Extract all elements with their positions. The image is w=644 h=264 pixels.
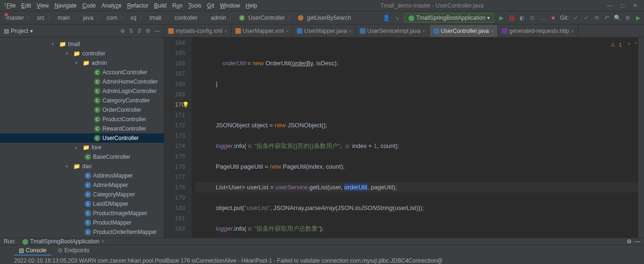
tree-node-adminhomecontroller[interactable]: CAdminHomeController	[0, 77, 164, 86]
crumb-3[interactable]: java〉	[81, 14, 104, 22]
tab-mybatis-config-xml[interactable]: mybatis-config.xml×	[164, 25, 232, 37]
tree-arrow-icon[interactable]: ▾	[66, 51, 71, 56]
expand-all-icon[interactable]: ⇅	[129, 28, 133, 34]
git-update-icon[interactable]: ✓	[573, 15, 579, 21]
code-lines[interactable]: ⚠ 1 ^ ˅ orderUtil = new OrderUtil(orderB…	[192, 38, 644, 238]
console-output[interactable]: 2022-02-10 16:13:05,203 WARN com.zaxxer.…	[0, 256, 644, 264]
menu-analyze[interactable]: Analyze	[99, 2, 124, 9]
debug-icon[interactable]: 🐞	[508, 15, 515, 21]
tab-userserviceimpl-java[interactable]: UserServiceImpl.java×	[356, 25, 430, 37]
tree-node-productmapper[interactable]: IProductMapper	[0, 218, 164, 227]
run-hide-icon[interactable]: —	[635, 238, 640, 245]
crumb-4[interactable]: com〉	[105, 14, 128, 22]
line-number[interactable]: 171	[166, 110, 185, 120]
tree-node-lastidmapper[interactable]: ILastIDMapper	[0, 199, 164, 209]
search-icon[interactable]: 🔍	[614, 15, 621, 21]
tree-node-accountcontroller[interactable]: CAccountController	[0, 68, 164, 77]
tree-node-dao[interactable]: ▾📁dao	[0, 162, 164, 171]
line-number[interactable]: 181	[166, 213, 185, 224]
menu-edit[interactable]: Edit	[18, 2, 34, 9]
intention-bulb-icon[interactable]: 💡	[182, 100, 189, 110]
tree-node-basecontroller[interactable]: CBaseController	[0, 152, 164, 162]
stop-icon[interactable]: ■	[550, 15, 556, 21]
crumb-1[interactable]: src〉	[35, 14, 55, 22]
crumb-7[interactable]: controller〉	[172, 14, 208, 22]
settings-gear-icon[interactable]: ⚙	[146, 28, 151, 34]
project-tree[interactable]: ▾📁tmall▾📁controller▾📁adminCAccountContro…	[0, 38, 164, 238]
tab-generated-requests-http[interactable]: generated-requests.http×	[498, 25, 578, 37]
project-panel-title[interactable]: ▤ Project ▾	[4, 28, 117, 34]
line-number[interactable]: 176	[166, 162, 185, 172]
run-config-tab[interactable]: ⬤TmallSpringBootApplication ×	[18, 238, 108, 245]
tree-arrow-icon[interactable]: ▾	[52, 42, 57, 47]
console-tab[interactable]: ▤ Console	[14, 246, 51, 256]
hammer-icon[interactable]: ↘	[394, 15, 400, 21]
attach-icon[interactable]: …	[539, 15, 546, 21]
menu-window[interactable]: Window	[217, 2, 243, 9]
play-gutter-icon[interactable]: ▶	[635, 15, 641, 21]
profile-icon[interactable]: ⊙	[529, 15, 535, 21]
run-settings-icon[interactable]: ⚙	[627, 238, 632, 245]
tree-node-fore[interactable]: ▸📁fore	[0, 143, 164, 152]
line-number[interactable]: 165	[166, 48, 185, 58]
tree-node-productcontroller[interactable]: CProductController	[0, 115, 164, 124]
tree-node-controller[interactable]: ▾📁controller	[0, 49, 164, 58]
menu-tools[interactable]: Tools	[186, 2, 204, 9]
line-number[interactable]: 166	[166, 58, 185, 69]
line-number[interactable]: 164	[166, 38, 185, 48]
menu-help[interactable]: Help	[243, 2, 260, 9]
tree-arrow-icon[interactable]: ▾	[66, 164, 71, 169]
git-revert-icon[interactable]: ↶	[604, 15, 610, 21]
hide-icon[interactable]: —	[155, 28, 160, 34]
line-number[interactable]: 173	[166, 131, 185, 141]
line-number[interactable]: 178	[166, 182, 185, 193]
error-stripe[interactable]	[638, 38, 644, 238]
line-number[interactable]: 179	[166, 193, 185, 203]
tree-arrow-icon[interactable]: ▾	[75, 61, 81, 65]
tab-close-icon[interactable]: ×	[286, 28, 288, 34]
tree-node-productimagemapper[interactable]: IProductImageMapper	[0, 209, 164, 218]
line-number[interactable]: 172	[166, 120, 185, 131]
crumb-8[interactable]: admin〉	[209, 14, 237, 22]
crumb-method[interactable]: getUserBySearch	[296, 15, 353, 21]
line-number[interactable]: 177	[166, 172, 185, 182]
menu-navigate[interactable]: Navigate	[52, 2, 79, 9]
crumb-5[interactable]: xq〉	[128, 14, 147, 22]
minimize-icon[interactable]: —	[607, 2, 613, 9]
run-icon[interactable]: ▶	[498, 15, 504, 21]
tree-node-ordercontroller[interactable]: COrderController	[0, 105, 164, 115]
tree-node-addressmapper[interactable]: IAddressMapper	[0, 171, 164, 180]
tree-node-adminlogincontroller[interactable]: CAdminLoginController	[0, 86, 164, 96]
tab-close-icon[interactable]: ×	[224, 28, 227, 34]
crumb-class[interactable]: C UserController〉	[237, 14, 295, 22]
tree-node-adminmapper[interactable]: IAdminMapper	[0, 180, 164, 190]
menu-git[interactable]: Git	[204, 2, 217, 9]
crumb-2[interactable]: main〉	[56, 14, 80, 22]
endpoints-tab[interactable]: ⊙ Endpoints	[53, 246, 94, 256]
line-number[interactable]: 180	[166, 203, 185, 213]
git-commit-icon[interactable]: ✓	[583, 15, 590, 21]
tab-close-icon[interactable]: ×	[422, 28, 425, 34]
run-config-selector[interactable]: ⬤ TmallSpringBootApplication ▾	[404, 13, 494, 23]
line-number[interactable]: 182	[166, 224, 185, 234]
inspection-badge[interactable]: ⚠ 1 ^ ˅	[611, 39, 637, 50]
collapse-all-icon[interactable]: ⇵	[137, 28, 142, 34]
tree-node-tmall[interactable]: ▾📁tmall	[0, 39, 164, 49]
menu-view[interactable]: View	[34, 2, 52, 9]
tree-node-rewardcontroller[interactable]: CRewardController	[0, 124, 164, 133]
select-opened-icon[interactable]: ⊕	[120, 28, 125, 34]
tree-node-categorymapper[interactable]: ICategoryMapper	[0, 190, 164, 199]
line-number[interactable]: 167	[166, 69, 185, 79]
menu-code[interactable]: Code	[79, 2, 99, 9]
tree-node-admin[interactable]: ▾📁admin	[0, 58, 164, 68]
menu-refactor[interactable]: Refactor	[124, 2, 151, 9]
tree-node-categorycontroller[interactable]: CCategoryController	[0, 96, 164, 105]
line-number[interactable]: 169	[166, 89, 185, 100]
user-icon[interactable]: 👤	[383, 15, 390, 21]
line-number[interactable]: 174	[166, 141, 185, 151]
tab-usercontroller-java[interactable]: UserController.java×	[430, 25, 498, 37]
tab-usermapper-xml[interactable]: UserMapper.xml×	[232, 25, 293, 37]
close-icon[interactable]: ✕	[633, 2, 637, 9]
settings-icon[interactable]: ⚙	[624, 15, 631, 21]
git-history-icon[interactable]: ⟲	[593, 15, 600, 21]
